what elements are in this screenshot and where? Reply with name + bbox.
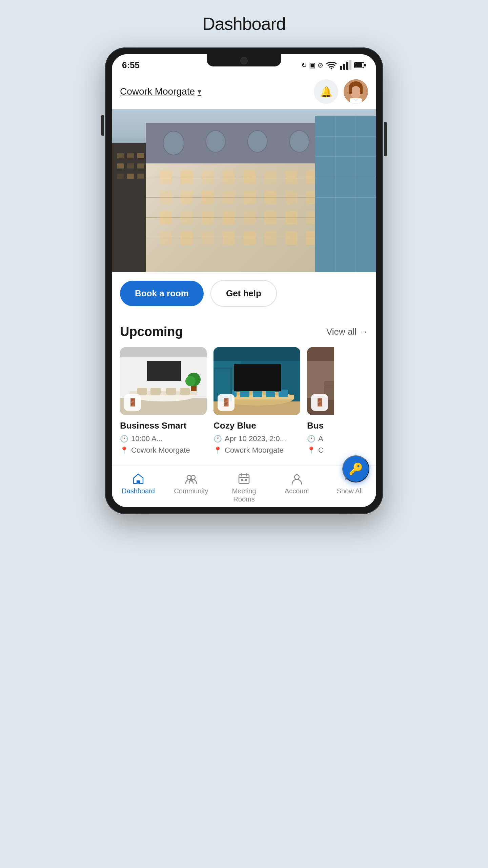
nav-label-community: Community [174, 487, 208, 495]
svg-rect-48 [181, 191, 193, 204]
svg-rect-93 [180, 388, 190, 395]
svg-point-0 [331, 68, 332, 70]
svg-rect-115 [324, 381, 334, 386]
signal-icon [340, 59, 352, 71]
camera [240, 57, 248, 64]
room-name-2: Cozy Blue [214, 420, 300, 431]
room-card-2[interactable]: 🚪 Cozy Blue 🕐 Apr 10 2023, 2:0... 📍 Cowo… [214, 347, 300, 457]
nav-item-community[interactable]: Community [165, 471, 218, 505]
svg-point-126 [294, 475, 299, 479]
page-title: Dashboard [202, 14, 285, 34]
cta-row: Book a room Get help [112, 272, 376, 315]
sd-icon: ▣ [309, 61, 316, 69]
svg-rect-67 [160, 231, 172, 245]
home-icon [132, 473, 144, 485]
svg-rect-1 [340, 66, 342, 70]
svg-rect-71 [243, 231, 256, 245]
hero-image [112, 109, 376, 272]
svg-rect-72 [264, 231, 277, 245]
community-icon [185, 473, 197, 485]
avatar[interactable] [344, 79, 368, 104]
svg-rect-4 [349, 60, 351, 70]
svg-point-29 [206, 131, 225, 152]
refresh-icon: ↻ [301, 61, 307, 69]
svg-rect-59 [202, 211, 214, 224]
room-key-icon-1: 🚪 [124, 394, 141, 411]
get-help-button[interactable]: Get help [210, 280, 277, 307]
key-fab-button[interactable]: 🔑 [342, 455, 369, 482]
svg-rect-49 [202, 191, 214, 204]
svg-rect-16 [127, 153, 134, 158]
svg-rect-117 [137, 481, 140, 484]
svg-rect-42 [264, 170, 277, 184]
clock-icon-3: 🕐 [307, 435, 316, 443]
svg-rect-2 [343, 64, 345, 70]
svg-point-97 [185, 376, 196, 386]
svg-rect-51 [243, 191, 256, 204]
svg-point-31 [289, 131, 309, 152]
room-name-1: Business Smart [120, 420, 207, 431]
notifications-button[interactable]: 🔔 [314, 79, 338, 104]
svg-rect-3 [346, 62, 348, 70]
svg-rect-69 [202, 231, 214, 245]
svg-rect-90 [137, 388, 147, 395]
clock-icon-2: 🕐 [214, 435, 222, 443]
upcoming-title: Upcoming [120, 324, 183, 339]
room-time-2: 🕐 Apr 10 2023, 2:0... [214, 434, 300, 443]
svg-rect-61 [243, 211, 256, 224]
svg-rect-114 [307, 347, 334, 361]
pin-icon-2: 📍 [214, 446, 222, 454]
chevron-down-icon: ▾ [198, 87, 201, 96]
room-location-1: 📍 Cowork Moorgate [120, 446, 207, 455]
bottom-nav: Dashboard Community [112, 466, 376, 507]
svg-point-30 [248, 131, 267, 152]
svg-rect-17 [137, 153, 144, 158]
svg-rect-23 [117, 174, 124, 179]
phone-shell: 6:55 ↻ ▣ ⊘ [105, 47, 383, 514]
svg-point-10 [350, 86, 361, 98]
room-card[interactable]: 🚪 Business Smart 🕐 10:00 A... 📍 Cowork M… [120, 347, 207, 457]
svg-rect-53 [285, 191, 298, 204]
svg-rect-120 [239, 475, 249, 484]
svg-rect-58 [181, 211, 193, 224]
svg-rect-124 [241, 479, 243, 481]
view-all-button[interactable]: View all → [326, 327, 368, 337]
nav-item-account[interactable]: Account [270, 471, 323, 505]
svg-rect-57 [160, 211, 172, 224]
nav-label-account: Account [285, 487, 309, 495]
room-card-image-3: 🚪 [307, 347, 334, 415]
svg-rect-6 [355, 63, 362, 67]
view-all-label: View all [326, 327, 357, 337]
svg-rect-47 [160, 191, 172, 204]
svg-rect-91 [150, 388, 161, 395]
book-room-button[interactable]: Book a room [120, 281, 204, 306]
room-time-3: 🕐 A [307, 434, 334, 443]
svg-point-119 [191, 475, 195, 479]
svg-rect-25 [137, 174, 144, 179]
nav-label-meeting-rooms: Meeting Rooms [232, 487, 256, 503]
svg-rect-73 [285, 231, 298, 245]
status-time: 6:55 [122, 60, 140, 71]
svg-rect-40 [223, 170, 235, 184]
room-card-3[interactable]: 🚪 Bus 🕐 A 📍 C [307, 347, 334, 457]
building-right [315, 116, 376, 272]
nav-item-dashboard[interactable]: Dashboard [112, 471, 165, 505]
svg-rect-37 [160, 170, 172, 184]
cards-scroll: 🚪 Business Smart 🕐 10:00 A... 📍 Cowork M… [112, 344, 376, 466]
location-selector[interactable]: Cowork Moorgate ▾ [120, 86, 201, 97]
app-header: Cowork Moorgate ▾ 🔔 [112, 74, 376, 109]
nav-item-meeting-rooms[interactable]: Meeting Rooms [218, 471, 270, 505]
room-card-image-2: 🚪 [214, 347, 300, 415]
svg-point-28 [163, 131, 184, 155]
room-time-1: 🕐 10:00 A... [120, 434, 207, 443]
svg-rect-19 [117, 163, 124, 169]
svg-rect-12 [360, 86, 363, 94]
svg-point-118 [187, 475, 191, 479]
svg-rect-92 [166, 388, 176, 395]
svg-rect-24 [127, 174, 134, 179]
header-actions: 🔔 [314, 79, 368, 104]
notch [207, 54, 281, 66]
svg-rect-77 [315, 116, 376, 272]
svg-rect-125 [245, 479, 247, 481]
location-name: Cowork Moorgate [120, 86, 195, 97]
